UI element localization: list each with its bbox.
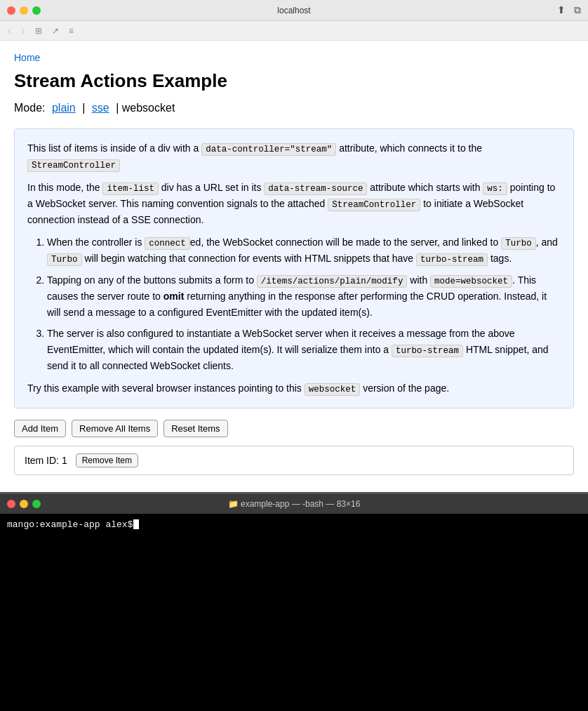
info-footer: Try this example with several browser in… xyxy=(27,380,561,397)
terminal-maximize-button[interactable] xyxy=(32,500,41,508)
mode-prefix: Mode: xyxy=(14,102,45,114)
home-link[interactable]: Home xyxy=(14,52,40,63)
terminal-title: 📁 example-app — -bash — 83×16 xyxy=(228,499,361,509)
terminal-titlebar: 📁 example-app — -bash — 83×16 xyxy=(0,494,588,514)
mode-sep1: | xyxy=(82,102,85,114)
expand-icon[interactable]: ⧉ xyxy=(574,4,581,16)
more-nav-button[interactable]: ≡ xyxy=(67,26,76,36)
add-item-button[interactable]: Add Item xyxy=(14,420,66,437)
list-item-2: Tapping on any of the buttons submits a … xyxy=(47,272,561,320)
mode-plain-link[interactable]: plain xyxy=(52,102,76,114)
terminal-body[interactable]: mango:example-app alex$ xyxy=(0,514,588,711)
terminal-prompt-text: mango:example-app alex$ xyxy=(7,519,133,530)
share-nav-button[interactable]: ↗ xyxy=(50,26,61,36)
list-item-3: The server is also configured to instant… xyxy=(47,326,561,373)
item-list: Item ID: 1 Remove Item xyxy=(14,446,574,475)
terminal-traffic-lights xyxy=(7,500,41,508)
remove-item-button[interactable]: Remove Item xyxy=(76,453,138,467)
page-title: Stream Actions Example xyxy=(14,70,574,92)
code-websocket-footer: websocket xyxy=(305,383,361,396)
info-list: When the controller is connected, the We… xyxy=(27,234,561,373)
terminal-minimize-button[interactable] xyxy=(20,500,28,508)
info-code-data-stream: data-stream-source xyxy=(264,182,367,195)
info-para2-prefix: In this mode, the xyxy=(27,182,100,193)
url-bar: localhost xyxy=(277,6,310,15)
browser-chrome: localhost ⬆ ⧉ xyxy=(0,0,588,21)
info-code1: data-controller="stream" xyxy=(201,143,336,156)
info-para1-prefix: This list of items is inside of a div wi… xyxy=(27,142,199,154)
terminal-prompt: mango:example-app alex$ xyxy=(7,519,581,530)
info-footer-prefix: Try this example with several browser in… xyxy=(27,383,302,394)
actions-bar: Add Item Remove All Items Reset Items xyxy=(14,420,574,437)
info-box: This list of items is inside of a div wi… xyxy=(14,128,574,408)
code-turbo-stream1: turbo-stream xyxy=(416,253,488,266)
share-icon[interactable]: ⬆ xyxy=(557,4,566,16)
minimize-button[interactable] xyxy=(20,6,28,15)
info-code2: StreamController xyxy=(27,159,120,172)
back-button[interactable]: ‹ xyxy=(6,25,13,37)
info-code-ws: ws: xyxy=(483,182,507,195)
reset-items-button[interactable]: Reset Items xyxy=(163,420,227,437)
browser-toolbar-icons: ⬆ ⧉ xyxy=(557,4,581,16)
code-items-path: /items/actions/plain/modify xyxy=(257,275,408,288)
table-row: Item ID: 1 Remove Item xyxy=(14,446,574,475)
mode-line: Mode: plain | sse | websocket xyxy=(14,102,574,114)
mode-current: | websocket xyxy=(116,102,175,114)
breadcrumb: Home xyxy=(14,52,574,63)
code-connect: connect xyxy=(145,237,190,250)
browser-traffic-lights xyxy=(7,6,41,15)
terminal-close-button[interactable] xyxy=(7,500,15,508)
maximize-button[interactable] xyxy=(32,6,41,15)
home-nav-button[interactable]: ⊞ xyxy=(33,26,44,36)
info-para2-mid: div has a URL set in its xyxy=(161,182,262,193)
info-footer-suffix: version of the page. xyxy=(363,383,449,394)
forward-button[interactable]: › xyxy=(19,25,27,37)
info-code-streamcontroller: StreamController xyxy=(328,199,420,211)
code-turbo2: Turbo xyxy=(47,253,82,266)
info-para1-suffix: attribute, which connects it to the xyxy=(339,142,482,154)
page-content: Home Stream Actions Example Mode: plain … xyxy=(0,41,588,492)
remove-all-button[interactable]: Remove All Items xyxy=(72,420,158,437)
terminal-cursor xyxy=(133,519,139,529)
info-para1: This list of items is inside of a div wi… xyxy=(27,140,561,173)
info-para2: In this mode, the item-list div has a UR… xyxy=(27,180,561,227)
terminal-folder-icon: 📁 xyxy=(228,499,239,509)
list-item-1: When the controller is connected, the We… xyxy=(47,234,561,267)
code-turbo1: Turbo xyxy=(501,237,536,250)
info-code-item-list: item-list xyxy=(102,182,159,195)
code-mode-ws: mode=websocket xyxy=(430,275,512,288)
terminal-title-text: example-app — -bash — 83×16 xyxy=(241,499,360,509)
info-para2-suf1: attribute which starts with xyxy=(370,182,480,193)
item-id-label: Item ID: 1 xyxy=(25,455,67,466)
close-button[interactable] xyxy=(7,6,15,15)
code-turbo-stream2: turbo-stream xyxy=(392,345,463,357)
terminal-section: 📁 example-app — -bash — 83×16 mango:exam… xyxy=(0,492,588,711)
browser-nav-bar: ‹ › ⊞ ↗ ≡ xyxy=(0,21,588,41)
text-omit: omit xyxy=(163,291,185,302)
mode-sse-link[interactable]: sse xyxy=(92,102,109,114)
